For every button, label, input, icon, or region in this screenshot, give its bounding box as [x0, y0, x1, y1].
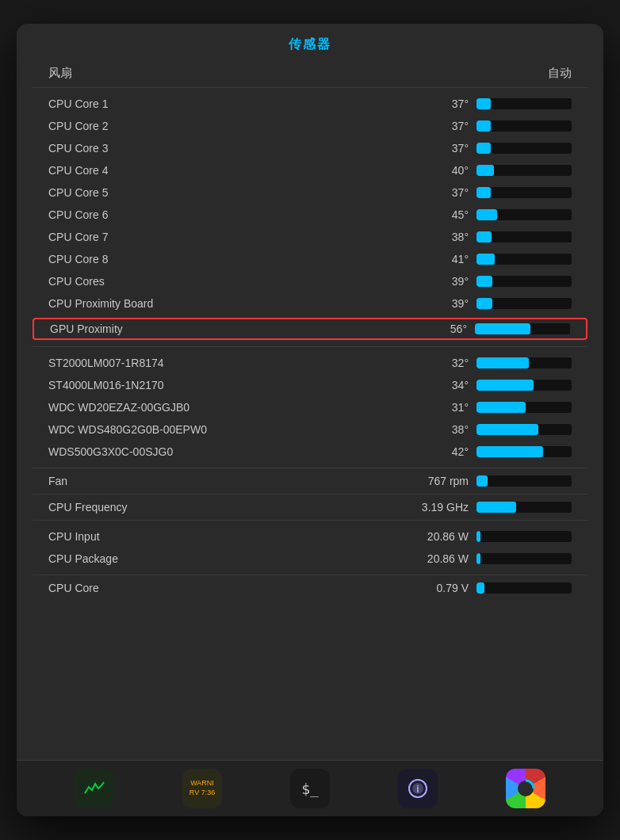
- sensor-bar: [476, 298, 572, 309]
- divider-3: [33, 468, 587, 468]
- istat-menus-icon[interactable]: [506, 769, 545, 808]
- console-icon[interactable]: WARNI RV 7:36: [182, 769, 222, 808]
- cpu-frequency-row: CPU Frequency 3.19 GHz: [17, 496, 603, 518]
- terminal-icon[interactable]: $_: [290, 769, 330, 808]
- svg-text:i: i: [416, 784, 419, 795]
- sensor-bar: [476, 402, 572, 413]
- sensor-value: 37°: [405, 186, 469, 199]
- sensor-name: CPU Input: [48, 530, 405, 543]
- gpu-proximity-bar: [475, 323, 570, 334]
- cpu-sensor-row: CPU Core 1 37°: [17, 93, 603, 115]
- cpu-sensor-row: CPU Core 2 37°: [17, 115, 603, 137]
- sensor-name: ST2000LM007-1R8174: [48, 357, 405, 369]
- sensor-bar: [476, 231, 572, 242]
- sensor-bar-fill: [476, 276, 492, 287]
- drive-sensor-row: WDC WDS480G2G0B-00EPW0 38°: [17, 418, 603, 441]
- sensor-bar-fill: [476, 120, 491, 132]
- cpu-sensor-section: CPU Core 1 37° CPU Core 2 37° CPU Core 3…: [17, 90, 603, 318]
- bottom-toolbar: WARNI RV 7:36 $_ i: [17, 760, 603, 816]
- sensor-value: 39°: [405, 275, 469, 288]
- sensor-bar: [476, 98, 572, 109]
- cpu-frequency-bar-fill: [476, 502, 516, 513]
- sensor-bar: [476, 276, 572, 287]
- sensor-bar-fill: [476, 187, 491, 198]
- drive-sensor-row: ST2000LM007-1R8174 32°: [17, 352, 603, 374]
- sensor-bar-fill: [476, 98, 491, 109]
- activity-monitor-icon[interactable]: [75, 769, 114, 808]
- cpu-sensor-row: CPU Core 5 37°: [17, 181, 603, 204]
- sensor-value: 34°: [405, 379, 469, 391]
- fan-sensor-row: Fan 767 rpm: [17, 470, 603, 492]
- cpu-sensor-row: CPU Cores 39°: [17, 270, 603, 292]
- fan-sensor-value: 767 rpm: [405, 475, 469, 487]
- sensor-name: CPU Core 6: [48, 208, 405, 221]
- cpu-sensor-row: CPU Core 3 37°: [17, 137, 603, 159]
- voltage-sensor-bar-fill: [476, 582, 484, 594]
- sensor-name: ST4000LM016-1N2170: [48, 379, 405, 391]
- sensor-bar-fill: [476, 402, 526, 413]
- sensor-value: 32°: [405, 357, 469, 369]
- sensor-bar-fill: [476, 424, 538, 435]
- sensor-bar-fill: [476, 165, 494, 176]
- sensor-name: WDC WDS480G2G0B-00EPW0: [48, 423, 405, 436]
- sensor-bar: [476, 357, 572, 368]
- sensor-bar: [476, 165, 572, 176]
- sensor-value: 38°: [405, 423, 469, 436]
- sensor-bar: [476, 254, 572, 265]
- sensor-bar: [476, 187, 572, 198]
- sensor-value: 42°: [405, 445, 469, 458]
- drive-sensor-row: WDS500G3X0C-00SJG0 42°: [17, 441, 603, 463]
- fan-mode: 自动: [548, 66, 572, 81]
- sensor-bar: [476, 380, 572, 391]
- sensor-bar-fill: [476, 143, 491, 154]
- sensor-bar-fill: [476, 231, 492, 242]
- window-title: 传感器: [17, 24, 603, 59]
- divider-5: [33, 520, 587, 521]
- sensor-bar-fill: [476, 446, 543, 457]
- sensor-name: CPU Core 2: [48, 120, 405, 132]
- sensor-bar-fill: [476, 553, 480, 564]
- system-information-icon[interactable]: i: [398, 769, 438, 808]
- sensor-name: CPU Core 5: [48, 186, 405, 199]
- cpu-frequency-bar: [476, 502, 572, 513]
- sensor-bar: [476, 209, 572, 220]
- voltage-sensor-bar: [476, 582, 572, 594]
- divider-2: [33, 346, 587, 347]
- main-window: 传感器 风扇 自动 CPU Core 1 37° CPU Core 2 37° …: [17, 24, 603, 816]
- sensor-bar-fill: [476, 357, 529, 368]
- fan-sensor-name: Fan: [48, 475, 405, 487]
- drive-sensor-section: ST2000LM007-1R8174 32° ST4000LM016-1N217…: [17, 349, 603, 466]
- sensor-name: CPU Proximity Board: [48, 297, 405, 310]
- voltage-sensor-value: 0.79 V: [405, 582, 469, 594]
- sensor-value: 37°: [405, 120, 469, 132]
- sensor-bar: [476, 120, 572, 132]
- sensor-value: 37°: [405, 142, 469, 155]
- sensor-bar-fill: [476, 298, 492, 309]
- cpu-sensor-row: CPU Proximity Board 39°: [17, 292, 603, 315]
- sensor-bar-fill: [476, 380, 534, 391]
- voltage-sensor-row: CPU Core 0.79 V: [17, 577, 603, 599]
- cpu-frequency-name: CPU Frequency: [48, 501, 405, 514]
- power-sensor-section: CPU Input 20.86 W CPU Package 20.86 W: [17, 522, 603, 573]
- gpu-proximity-row: GPU Proximity 56°: [33, 318, 587, 340]
- sensor-bar: [476, 446, 572, 457]
- sensor-value: 39°: [405, 297, 469, 310]
- cpu-sensor-row: CPU Core 4 40°: [17, 159, 603, 181]
- drive-sensor-row: ST4000LM016-1N2170 34°: [17, 374, 603, 396]
- sensor-name: CPU Core 7: [48, 231, 405, 243]
- sensor-bar: [476, 531, 572, 542]
- voltage-sensor-name: CPU Core: [48, 582, 405, 594]
- sensor-name: CPU Cores: [48, 275, 405, 288]
- sensor-name: CPU Core 4: [48, 164, 405, 177]
- sensor-bar-fill: [476, 254, 495, 265]
- divider-6: [33, 575, 587, 575]
- gpu-proximity-value: 56°: [404, 323, 467, 335]
- power-sensor-row: CPU Input 20.86 W: [17, 525, 603, 548]
- sensor-bar: [476, 553, 572, 564]
- sensor-value: 20.86 W: [405, 552, 469, 565]
- sensor-bar-fill: [476, 531, 480, 542]
- gpu-proximity-name: GPU Proximity: [50, 323, 404, 335]
- sensor-bar: [476, 424, 572, 435]
- sensor-name: WDC WD20EZAZ-00GGJB0: [48, 401, 405, 414]
- sensor-value: 31°: [405, 401, 469, 414]
